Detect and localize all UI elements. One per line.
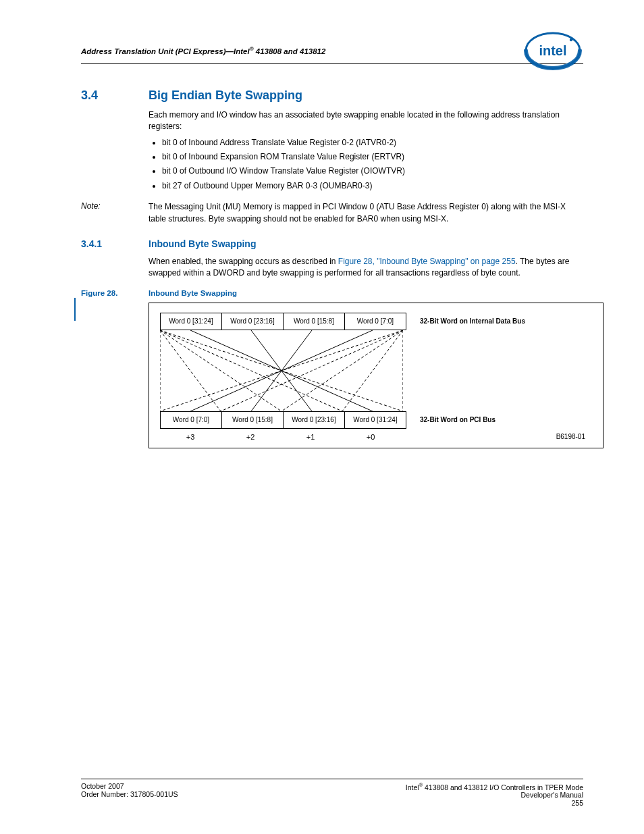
top-byte-row: Word 0 [31:24] Word 0 [23:16] Word 0 [15… xyxy=(160,313,592,330)
intel-logo: intel xyxy=(522,30,583,73)
footer-date: October 2007 xyxy=(81,782,178,790)
body-text: Each memory and I/O window has an associ… xyxy=(149,109,583,192)
offset-cell: +2 xyxy=(220,433,281,441)
bullet-item: bit 27 of Outbound Upper Memory BAR 0-3 … xyxy=(162,180,583,192)
top-row-label: 32-Bit Word on Internal Data Bus xyxy=(420,317,525,325)
svg-line-9 xyxy=(160,330,281,411)
section-heading-3-4-1: 3.4.1 Inbound Byte Swapping xyxy=(81,238,583,249)
swap-lines xyxy=(160,330,403,411)
header-rule xyxy=(81,63,583,64)
svg-line-14 xyxy=(281,330,403,411)
note-label: Note: xyxy=(81,201,149,225)
bullet-item: bit 0 of Inbound Expansion ROM Translate… xyxy=(162,151,583,163)
footer-page-number: 255 xyxy=(406,799,583,807)
body-text: When enabled, the swapping occurs as des… xyxy=(149,256,583,280)
offset-cell: +1 xyxy=(280,433,341,441)
byte-cell: Word 0 [23:16] xyxy=(283,411,345,429)
byte-cell: Word 0 [15:8] xyxy=(221,411,284,429)
note-block: Note: The Messaging Unit (MU) Memory is … xyxy=(81,201,583,225)
running-header: Address Translation Unit (PCI Express)—I… xyxy=(81,46,325,55)
byte-cell: Word 0 [31:24] xyxy=(344,411,406,429)
bullet-list: bit 0 of Inbound Address Translate Value… xyxy=(149,137,583,192)
figure-title: Inbound Byte Swapping xyxy=(149,289,237,297)
bullet-item: bit 0 of Outbound I/O Window Translate V… xyxy=(162,165,583,177)
swap-text-pre: When enabled, the swapping occurs as des… xyxy=(149,257,338,266)
svg-line-8 xyxy=(160,330,221,411)
svg-text:intel: intel xyxy=(539,43,566,58)
bottom-row-label: 32-Bit Word on PCI Bus xyxy=(420,416,495,423)
offset-cell: +0 xyxy=(340,433,401,441)
footer-doc-type: Developer's Manual xyxy=(406,791,583,799)
figure-caption: Figure 28. Inbound Byte Swapping xyxy=(81,289,583,297)
page-footer: October 2007 Order Number: 317805-001US … xyxy=(81,779,583,808)
section-title: Inbound Byte Swapping xyxy=(149,238,256,249)
svg-line-13 xyxy=(221,330,403,411)
byte-cell: Word 0 [7:0] xyxy=(160,411,222,429)
intro-paragraph: Each memory and I/O window has an associ… xyxy=(149,109,583,133)
byte-cell: Word 0 [7:0] xyxy=(344,313,406,330)
note-text: The Messaging Unit (MU) Memory is mapped… xyxy=(149,201,583,225)
bottom-byte-row: Word 0 [7:0] Word 0 [15:8] Word 0 [23:16… xyxy=(160,411,592,429)
footer-order-number: Order Number: 317805-001US xyxy=(81,790,178,798)
section-number: 3.4.1 xyxy=(81,238,149,249)
change-bar xyxy=(74,298,76,321)
byte-cell: Word 0 [15:8] xyxy=(283,313,345,330)
svg-line-10 xyxy=(160,330,342,411)
byte-cell: Word 0 [31:24] xyxy=(160,313,222,330)
svg-point-2 xyxy=(570,38,572,41)
offset-row: +3 +2 +1 +0 B6198-01 xyxy=(160,433,592,441)
byte-cell: Word 0 [23:16] xyxy=(221,313,284,330)
bullet-item: bit 0 of Inbound Address Translate Value… xyxy=(162,137,583,149)
offset-cell: +3 xyxy=(160,433,221,441)
figure-id: B6198-01 xyxy=(556,433,592,440)
figure-28: Word 0 [31:24] Word 0 [23:16] Word 0 [15… xyxy=(149,303,603,448)
section-title: Big Endian Byte Swapping xyxy=(149,88,302,103)
section-heading-3-4: 3.4 Big Endian Byte Swapping xyxy=(81,88,583,103)
section-number: 3.4 xyxy=(81,88,149,103)
svg-line-15 xyxy=(342,330,403,411)
figure-xref-link[interactable]: Figure 28, "Inbound Byte Swapping" on pa… xyxy=(338,257,516,266)
footer-doc-title: Intel® 413808 and 413812 I/O Controllers… xyxy=(406,782,583,791)
figure-number: Figure 28. xyxy=(81,289,149,297)
